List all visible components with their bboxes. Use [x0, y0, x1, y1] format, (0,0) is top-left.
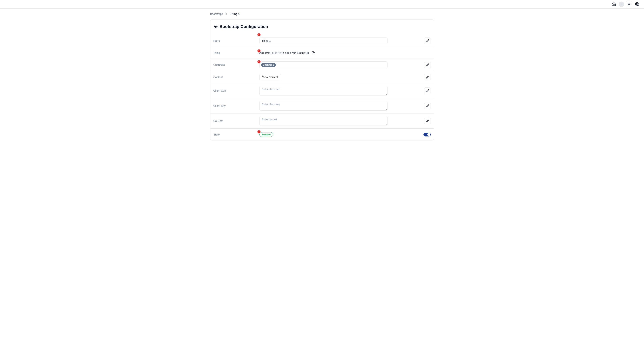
name-input[interactable] [259, 38, 388, 44]
step-marker-3: 3 [258, 60, 260, 63]
broadcast-icon [214, 25, 218, 29]
state-toggle[interactable] [424, 133, 431, 136]
step-marker-1: 1 [258, 33, 260, 36]
step-marker-4: 4 [258, 130, 260, 133]
pencil-icon [426, 89, 429, 92]
theme-toggle-button[interactable] [626, 1, 632, 7]
row-ca-cert: Ca Cert [210, 113, 434, 128]
pencil-icon [426, 119, 429, 123]
row-client-key: Client Key [210, 98, 434, 113]
client-cert-input[interactable] [259, 86, 388, 96]
label-ca-cert: Ca Cert [214, 119, 259, 123]
inbox-icon [612, 2, 616, 6]
label-channels: Channels [214, 63, 259, 66]
step-marker-2: 2 [258, 49, 260, 53]
pencil-icon [426, 39, 429, 42]
edit-name-button[interactable] [424, 38, 431, 44]
avatar-initial: a [621, 3, 622, 6]
sun-icon [627, 3, 631, 6]
client-key-input[interactable] [259, 101, 388, 111]
svg-point-0 [628, 4, 630, 5]
copy-thing-id-button[interactable] [311, 51, 316, 55]
chevron-right-icon [225, 13, 228, 15]
card-header: Bootstrap Configuration [210, 23, 434, 32]
row-content: Content View Content [210, 71, 434, 83]
globe-icon [635, 2, 639, 6]
svg-rect-5 [313, 53, 315, 54]
label-content: Content [214, 76, 259, 79]
breadcrumb-root[interactable]: Bootstraps [210, 13, 223, 16]
row-thing: Thing 2 27e296fa-484b-4b45-ab6e-49449ace… [210, 47, 434, 59]
row-name: Name 1 [210, 32, 434, 47]
toggle-knob [427, 133, 430, 136]
label-client-cert: Client Cert [214, 89, 259, 92]
edit-client-cert-button[interactable] [424, 88, 431, 94]
copy-icon [312, 51, 315, 54]
label-state: State [214, 133, 259, 136]
breadcrumb: Bootstraps Thing 1 [210, 9, 434, 19]
row-channels: Channels 3 Channel 1 [210, 59, 434, 71]
row-client-cert: Client Cert [210, 83, 434, 98]
inbox-button[interactable] [611, 1, 617, 7]
topbar: a [0, 0, 644, 9]
channel-chip: Channel 1 [261, 63, 276, 67]
edit-content-button[interactable] [424, 74, 431, 80]
channels-input[interactable]: Channel 1 [259, 62, 388, 68]
language-button[interactable] [634, 1, 640, 7]
ca-cert-input[interactable] [259, 116, 388, 126]
label-thing: Thing [214, 51, 259, 54]
avatar[interactable]: a [619, 2, 624, 7]
pencil-icon [426, 76, 429, 79]
thing-id-value: 27e296fa-484b-4b45-ab6e-49449ace74fb [259, 51, 309, 54]
edit-client-key-button[interactable] [424, 103, 431, 109]
pencil-icon [426, 63, 429, 66]
edit-ca-cert-button[interactable] [424, 118, 431, 124]
page-title: Bootstrap Configuration [220, 24, 268, 29]
edit-channels-button[interactable] [424, 62, 431, 68]
label-name: Name [214, 39, 259, 42]
label-client-key: Client Key [214, 104, 259, 107]
config-card: Bootstrap Configuration Name 1 Thing [210, 19, 434, 140]
breadcrumb-current: Thing 1 [230, 13, 240, 16]
row-state: State 4 Enabled [210, 128, 434, 140]
pencil-icon [426, 104, 429, 107]
state-badge: Enabled [259, 132, 273, 137]
view-content-button[interactable]: View Content [259, 74, 281, 80]
